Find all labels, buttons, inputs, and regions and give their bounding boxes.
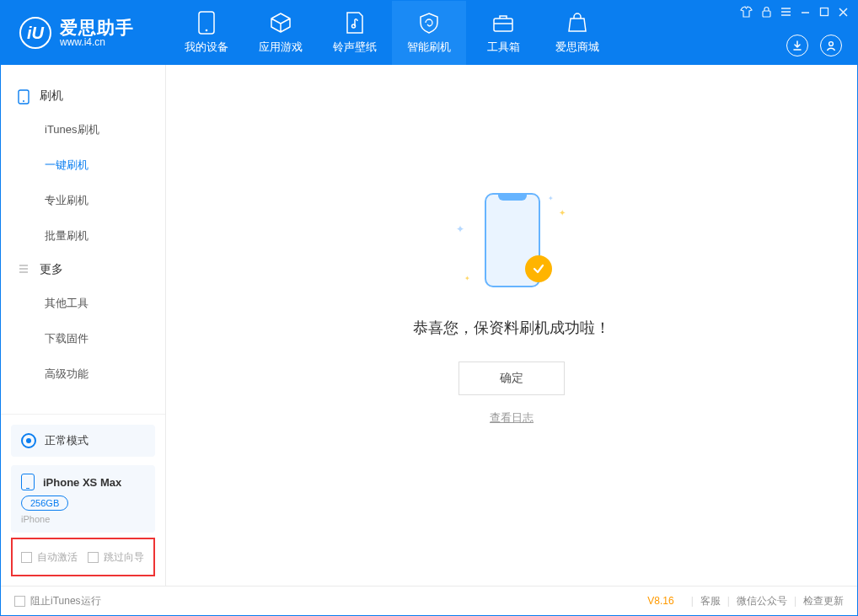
svg-rect-3 (494, 19, 512, 31)
app-url: www.i4.cn (60, 37, 134, 48)
category-label: 更多 (40, 262, 63, 277)
check-update-link[interactable]: 检查更新 (803, 594, 844, 608)
status-bar: 阻止iTunes运行 V8.16 | 客服 | 微信公众号 | 检查更新 (1, 586, 857, 615)
checkbox-icon (88, 552, 99, 563)
device-mode-row[interactable]: 正常模式 (11, 425, 155, 457)
menu-icon[interactable] (780, 7, 791, 17)
app-title: 爱思助手 (60, 18, 134, 37)
device-phone-icon (21, 474, 35, 490)
mode-indicator-icon (21, 433, 36, 448)
window-controls (740, 6, 849, 18)
logo-area: iU 爱思助手 www.i4.cn (1, 1, 169, 65)
cube-icon (269, 11, 292, 35)
separator: | (727, 595, 730, 607)
tab-label: 智能刷机 (407, 40, 451, 55)
sidebar: 刷机 iTunes刷机 一键刷机 专业刷机 批量刷机 更多 其他工具 下载固件 … (1, 65, 166, 587)
separator: | (691, 595, 694, 607)
tab-my-device[interactable]: 我的设备 (169, 1, 244, 65)
svg-point-1 (206, 29, 208, 32)
tab-smart-flash[interactable]: 智能刷机 (392, 1, 466, 65)
sparkle-icon: ✦ (464, 275, 470, 282)
tab-ringtone-wallpaper[interactable]: 铃声壁纸 (318, 1, 392, 65)
tab-apps-games[interactable]: 应用游戏 (244, 1, 318, 65)
list-icon (18, 263, 31, 276)
title-bar: iU 爱思助手 www.i4.cn 我的设备 应用游戏 铃声壁纸 智能刷机 工具… (1, 1, 857, 65)
view-log-link[interactable]: 查看日志 (490, 410, 534, 426)
maximize-button[interactable] (819, 7, 829, 17)
flash-options-row: 自动激活 跳过向导 (11, 538, 155, 576)
checkbox-label: 自动激活 (37, 550, 78, 565)
version-label: V8.16 (647, 595, 673, 607)
svg-rect-4 (763, 11, 770, 17)
svg-point-2 (352, 24, 356, 28)
header-actions (786, 35, 842, 56)
wechat-link[interactable]: 微信公众号 (737, 594, 787, 608)
minimize-button[interactable] (800, 7, 811, 17)
tab-store[interactable]: 爱思商城 (540, 1, 614, 65)
phone-icon (18, 89, 31, 103)
user-button[interactable] (820, 35, 842, 56)
sidebar-item-oneclick-flash[interactable]: 一键刷机 (1, 147, 165, 183)
tab-label: 爱思商城 (555, 40, 599, 55)
download-button[interactable] (786, 35, 808, 56)
sparkle-icon: ✦ (559, 208, 566, 217)
device-panel: 正常模式 iPhone XS Max 256GB iPhone 自动激活 跳过向… (1, 414, 165, 587)
checkbox-skip-guide[interactable]: 跳过向导 (88, 550, 144, 565)
device-icon (195, 11, 218, 35)
tab-label: 工具箱 (487, 40, 520, 55)
toolbox-icon (491, 11, 515, 35)
device-type: iPhone (21, 514, 145, 524)
sidebar-item-advanced[interactable]: 高级功能 (1, 356, 165, 392)
tab-label: 我的设备 (185, 40, 228, 55)
svg-rect-5 (821, 8, 829, 16)
app-logo-icon: iU (19, 17, 51, 49)
checkbox-icon (21, 552, 32, 563)
category-label: 刷机 (40, 88, 63, 104)
bag-icon (566, 11, 589, 35)
tab-toolbox[interactable]: 工具箱 (466, 1, 540, 65)
success-illustration: ✦ ✦ ✦ ✦ (436, 188, 587, 306)
device-mode-label: 正常模式 (45, 433, 88, 448)
svg-point-8 (23, 100, 24, 102)
device-storage-badge: 256GB (21, 495, 68, 511)
device-info-row[interactable]: iPhone XS Max 256GB iPhone (11, 465, 155, 533)
sidebar-item-download-firmware[interactable]: 下载固件 (1, 321, 165, 356)
support-link[interactable]: 客服 (700, 594, 721, 608)
sidebar-item-batch-flash[interactable]: 批量刷机 (1, 218, 165, 254)
shield-refresh-icon (417, 11, 441, 35)
ok-button[interactable]: 确定 (458, 362, 565, 395)
checkbox-label: 阻止iTunes运行 (30, 594, 101, 608)
sidebar-item-other-tools[interactable]: 其他工具 (1, 286, 165, 321)
success-message: 恭喜您，保资料刷机成功啦！ (413, 318, 610, 338)
tab-label: 应用游戏 (259, 40, 303, 55)
music-file-icon (343, 11, 367, 35)
tshirt-icon[interactable] (740, 6, 753, 18)
sparkle-icon: ✦ (456, 223, 464, 235)
close-button[interactable] (838, 7, 849, 18)
device-name: iPhone XS Max (43, 476, 121, 489)
tab-label: 铃声壁纸 (333, 40, 377, 55)
sidebar-item-pro-flash[interactable]: 专业刷机 (1, 183, 165, 218)
checkmark-badge-icon (525, 255, 552, 282)
sparkle-icon: ✦ (548, 195, 554, 202)
sidebar-category-more: 更多 (1, 254, 165, 286)
checkbox-block-itunes[interactable]: 阻止iTunes运行 (14, 594, 101, 608)
checkbox-icon (14, 596, 25, 607)
checkbox-auto-activate[interactable]: 自动激活 (21, 550, 78, 565)
sidebar-item-itunes-flash[interactable]: iTunes刷机 (1, 112, 165, 147)
sidebar-category-flash: 刷机 (1, 80, 165, 112)
lock-icon[interactable] (761, 6, 772, 18)
separator: | (794, 595, 796, 607)
svg-point-6 (829, 42, 834, 46)
checkbox-label: 跳过向导 (104, 550, 144, 565)
main-content: ✦ ✦ ✦ ✦ 恭喜您，保资料刷机成功啦！ 确定 查看日志 (166, 65, 857, 587)
top-tabs: 我的设备 应用游戏 铃声壁纸 智能刷机 工具箱 爱思商城 (169, 1, 614, 65)
